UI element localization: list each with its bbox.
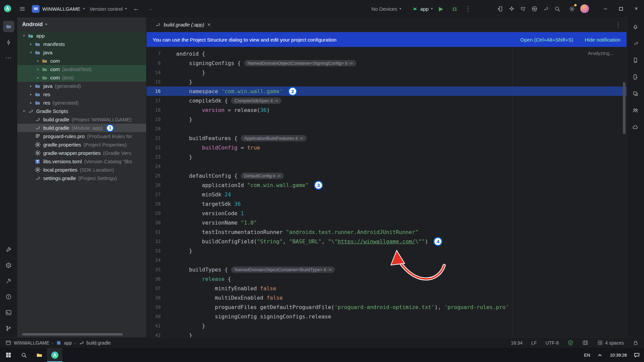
gradle-sync-icon[interactable]: [541, 4, 551, 14]
line-number[interactable]: 15: [147, 79, 167, 84]
debug-button[interactable]: [449, 4, 460, 14]
expanded-arrow-icon[interactable]: ▾: [21, 34, 27, 38]
banner-hide-link[interactable]: Hide notification: [585, 37, 621, 43]
tree-item-proguard-rules-pro[interactable]: proguard-rules.pro(ProGuard Rules for: [17, 132, 146, 140]
code-line-41[interactable]: 41}: [147, 321, 627, 330]
problems-icon[interactable]: [3, 291, 14, 302]
code-line-17[interactable]: 17compileSdk {CompileSdkSpec it ->: [147, 96, 627, 105]
line-number[interactable]: 26: [147, 182, 167, 188]
line-number[interactable]: 18: [147, 107, 167, 113]
code-line-8[interactable]: 8signingConfigs {NamedDomainObjectContai…: [147, 58, 627, 68]
run-configuration-selector[interactable]: app ▾: [412, 6, 433, 12]
breadcrumb-module[interactable]: app: [64, 340, 72, 346]
layout-inspector-icon[interactable]: [630, 88, 641, 99]
tree-item-com[interactable]: ▸com(test): [17, 73, 146, 82]
settings-icon[interactable]: [567, 4, 577, 14]
code-line-40[interactable]: 40signingConfig signingConfigs.release: [147, 312, 627, 321]
banner-open-link[interactable]: Open (Ctrl+Alt+Shift+S): [520, 37, 573, 43]
terminal-icon[interactable]: [3, 307, 14, 318]
line-number[interactable]: 29: [147, 210, 167, 216]
project-view-selector[interactable]: Android ▾: [17, 17, 146, 32]
code-line-24[interactable]: 24: [147, 162, 627, 171]
tree-item-build-gradle[interactable]: build.gradle(Project: WINWALLGAME): [17, 115, 146, 124]
build-icon[interactable]: [3, 275, 14, 287]
line-number[interactable]: 21: [147, 135, 167, 141]
tree-item-res[interactable]: ▸res(generated): [17, 99, 146, 107]
line-number[interactable]: 35: [147, 267, 167, 272]
tree-item-app[interactable]: ▾app: [17, 32, 146, 40]
back-button[interactable]: ←: [131, 5, 141, 12]
code-line-35[interactable]: 35buildTypes {NamedDomainObjectContainer…: [147, 265, 627, 274]
line-number[interactable]: 28: [147, 201, 167, 206]
tools-icon[interactable]: [3, 244, 14, 255]
tree-item-gradle-scripts[interactable]: ▾Gradle Scripts: [17, 107, 146, 115]
code-editor[interactable]: 7android {8signingConfigs {NamedDomainOb…: [147, 47, 627, 337]
forward-button[interactable]: →: [146, 5, 155, 12]
tree-item-com[interactable]: ▸com(androidTest): [17, 65, 146, 73]
version-control-menu[interactable]: Version control ▾: [90, 6, 127, 12]
collapsed-arrow-icon[interactable]: ▸: [28, 101, 34, 105]
tree-item-manifests[interactable]: ▸manifests: [17, 40, 146, 48]
action-center-icon[interactable]: [630, 348, 643, 362]
file-explorer-icon[interactable]: [32, 348, 47, 362]
line-number[interactable]: 19: [147, 117, 167, 122]
editor-columns-icon[interactable]: [582, 340, 588, 346]
line-number[interactable]: 17: [147, 98, 167, 103]
code-line-19[interactable]: 19}: [147, 115, 627, 124]
device-selector[interactable]: No Devices ▾: [371, 6, 401, 12]
collapsed-arrow-icon[interactable]: ▸: [35, 67, 41, 71]
line-number[interactable]: 40: [147, 314, 167, 319]
encoding-widget[interactable]: UTF-8: [545, 340, 559, 346]
app-quality-insights-icon[interactable]: [630, 105, 641, 116]
commit-tool-icon[interactable]: [3, 37, 14, 48]
line-number[interactable]: 37: [147, 286, 167, 291]
line-number[interactable]: 8: [147, 60, 167, 66]
maximize-button[interactable]: [613, 0, 629, 17]
breadcrumb-project[interactable]: WINWALLGAME: [14, 340, 49, 346]
start-button[interactable]: [1, 348, 16, 362]
line-ending-widget[interactable]: LF: [531, 340, 537, 346]
code-line-16[interactable]: 16namespace 'com.win.wall.game'2: [147, 86, 627, 96]
taskbar-search-icon[interactable]: [16, 348, 32, 362]
gradle-tool-icon[interactable]: [630, 38, 641, 49]
code-line-28[interactable]: 28targetSdk 36: [147, 199, 627, 208]
line-number[interactable]: 33: [147, 248, 167, 253]
line-number[interactable]: 7: [147, 51, 167, 56]
code-line-30[interactable]: 30versionName "1.0": [147, 218, 627, 227]
tree-item-res[interactable]: ▸res: [17, 90, 146, 99]
line-number[interactable]: 42: [147, 333, 167, 337]
run-button[interactable]: ▶: [436, 4, 446, 14]
line-number[interactable]: 30: [147, 220, 167, 225]
code-line-27[interactable]: 27minSdk 24: [147, 190, 627, 199]
code-line-21[interactable]: 21buildFeatures {ApplicationBuildFeature…: [147, 133, 627, 143]
code-line-25[interactable]: 25defaultConfig {DefaultConfig it ->: [147, 171, 627, 180]
assistant-icon[interactable]: [630, 121, 641, 133]
device-manager-icon[interactable]: [630, 54, 641, 66]
url-link[interactable]: https://winwallgame.com/: [338, 238, 415, 245]
tree-item-java[interactable]: ▾java: [17, 48, 146, 57]
version-control-icon[interactable]: [3, 322, 14, 334]
language-indicator[interactable]: EN: [581, 348, 593, 362]
code-line-26[interactable]: 26applicationId "com.win.wall.game"3: [147, 180, 627, 190]
code-line-37[interactable]: 37minifyEnabled false: [147, 284, 627, 293]
line-number[interactable]: 22: [147, 145, 167, 150]
tree-item-gradle-wrapper-properties[interactable]: gradle-wrapper.properties(Gradle Vers: [17, 149, 146, 157]
code-line-42[interactable]: 42}: [147, 330, 627, 337]
collapsed-arrow-icon[interactable]: ▸: [35, 75, 41, 80]
tree-item-local-properties[interactable]: local.properties(SDK Location): [17, 166, 146, 174]
show-hidden-icons[interactable]: [593, 348, 606, 362]
code-line-22[interactable]: 22buildConfig = true: [147, 143, 627, 152]
project-tool-icon[interactable]: [3, 21, 14, 32]
editor-scrollbar[interactable]: [623, 82, 626, 134]
search-everywhere-icon[interactable]: [552, 4, 562, 14]
tree-item-com[interactable]: ▸com: [17, 57, 146, 65]
line-number[interactable]: 23: [147, 154, 167, 160]
code-line-14[interactable]: 14}: [147, 68, 627, 77]
tree-item-java[interactable]: ▸java(generated): [17, 82, 146, 90]
line-number[interactable]: 41: [147, 323, 167, 328]
running-devices-icon[interactable]: [630, 71, 641, 82]
collapsed-arrow-icon[interactable]: ▸: [28, 92, 34, 97]
code-line-7[interactable]: 7android {: [147, 49, 627, 58]
code-line-32[interactable]: 32buildConfigField("String", "BASE_URL",…: [147, 237, 627, 246]
todo-list-icon[interactable]: [518, 4, 528, 14]
